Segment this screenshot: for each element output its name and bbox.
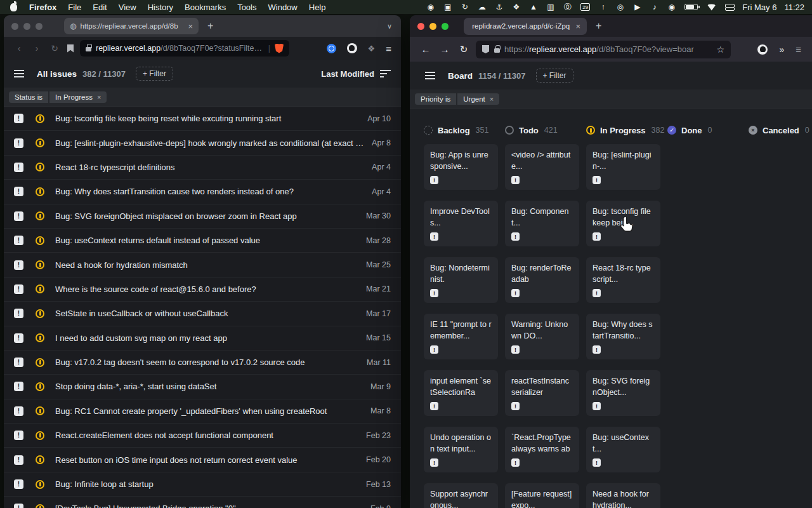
cloud-icon[interactable]: ☁ — [478, 3, 486, 11]
issue-row[interactable]: ! Bug: RC1 Cannot create property '_upda… — [4, 399, 401, 424]
add-filter-button[interactable]: + Filter — [136, 67, 173, 81]
filter-field-chip[interactable]: Priority is — [415, 93, 456, 105]
issue-row[interactable]: ! React.createElement does not accept fu… — [4, 424, 401, 448]
issue-row[interactable]: ! Need a hook for hydration mismatch Mar… — [4, 253, 401, 277]
sync-icon[interactable]: ↻ — [461, 3, 469, 11]
priority-urgent-icon[interactable]: ! — [14, 358, 23, 367]
issue-card[interactable]: React 18-rc typescript... ! — [586, 257, 660, 303]
new-tab-button[interactable]: + — [596, 20, 601, 32]
status-in-progress-icon[interactable] — [36, 284, 44, 293]
menubar-item[interactable]: Edit — [87, 3, 112, 12]
issue-row[interactable]: ! Bug: tsconfig file keep being reset wh… — [4, 107, 401, 131]
status-in-progress-icon[interactable] — [36, 406, 44, 415]
zoom-window-button[interactable] — [442, 23, 449, 30]
assistant-icon[interactable]: ◉ — [667, 3, 676, 11]
sort-icon[interactable] — [380, 70, 391, 77]
issue-card[interactable]: Bug: useContext... ! — [586, 427, 660, 472]
priority-urgent-icon[interactable]: ! — [14, 406, 23, 416]
issue-row[interactable]: ! Reset button on iOS time input does no… — [4, 448, 401, 472]
new-tab-button[interactable]: + — [207, 20, 213, 32]
status-in-progress-icon[interactable] — [36, 163, 44, 171]
forward-button[interactable]: → — [435, 44, 454, 55]
apple-menu-icon[interactable] — [10, 3, 17, 11]
browser-tab[interactable]: ◍ https://repliear.vercel.app/d/8b × — [64, 18, 199, 34]
menubar-item[interactable]: Help — [303, 3, 332, 12]
github-extension-icon[interactable] — [347, 43, 357, 53]
browser-tab[interactable]: replidraw2.vercel.app/d/c-iZpq × — [464, 18, 587, 35]
onepassword-icon[interactable]: ⓪ — [563, 3, 572, 11]
priority-urgent-icon[interactable]: ! — [14, 504, 23, 508]
issue-row[interactable]: ! Bug: useContext returns default instea… — [4, 229, 401, 253]
menubar-clock[interactable]: Fri May 6 11:22 — [742, 3, 804, 12]
record-icon[interactable]: ◉ — [426, 3, 435, 11]
status-in-progress-icon[interactable] — [36, 358, 44, 367]
wifi-icon[interactable] — [707, 4, 716, 11]
issue-card[interactable]: Need a hook for hydration... ! — [586, 483, 660, 508]
browser-menu-icon[interactable]: ≡ — [796, 44, 801, 55]
issue-card[interactable]: reactTestInstanc serializer ! — [505, 370, 579, 416]
address-bar[interactable]: https:// repliear.vercel.app /d/8bTaoq7F… — [476, 41, 731, 58]
issue-card[interactable]: Undo operation on text input... ! — [424, 427, 498, 472]
status-in-progress-icon[interactable] — [36, 114, 44, 123]
forward-button[interactable]: › — [28, 43, 46, 53]
status-in-progress-icon[interactable] — [36, 309, 44, 318]
status-in-progress-icon[interactable] — [36, 333, 44, 342]
issue-card[interactable]: [Feature request] expo... ! — [505, 483, 579, 508]
reload-button[interactable]: ↻ — [46, 43, 63, 53]
menubar-item[interactable]: Bookmarks — [179, 3, 232, 12]
back-button[interactable]: ← — [416, 44, 435, 55]
zoom-window-button[interactable] — [36, 23, 43, 30]
priority-urgent-icon[interactable]: ! — [14, 309, 23, 318]
play-icon[interactable]: ▶ — [633, 3, 641, 11]
issue-row[interactable]: ! SetState in useCallback or without use… — [4, 302, 401, 326]
address-bar[interactable]: repliear.vercel.app /d/8bTaoq7F0e?status… — [80, 40, 289, 57]
bookmark-star-icon[interactable]: ☆ — [716, 44, 724, 55]
priority-urgent-icon[interactable]: ! — [14, 431, 23, 440]
priority-urgent-icon[interactable]: ! — [14, 455, 23, 465]
remove-filter-icon[interactable]: × — [490, 95, 494, 103]
extensions-puzzle-icon[interactable]: ❖ — [368, 44, 376, 53]
issue-card[interactable]: Bug: Component... ! — [505, 201, 579, 246]
sort-order-label[interactable]: Last Modified — [321, 69, 374, 79]
onepassword-extension-icon[interactable] — [327, 44, 336, 53]
left-window-controls[interactable] — [11, 23, 43, 30]
stats-icon[interactable]: ↑ — [599, 3, 607, 11]
issue-card[interactable]: Bug: Nondeterminist. ! — [424, 257, 498, 303]
issue-card[interactable]: input element `setSelectionRa ! — [424, 370, 498, 416]
issue-card[interactable]: Bug: Why does startTransitio... ! — [586, 314, 660, 359]
menubar-item[interactable]: View — [113, 3, 142, 12]
tab-close-icon[interactable]: × — [575, 22, 580, 31]
tab-overflow-chevron-icon[interactable]: ∨ — [387, 22, 392, 30]
issue-row[interactable]: ! Bug: Why does startTransition cause tw… — [4, 180, 401, 204]
battery-icon[interactable] — [684, 4, 698, 10]
status-in-progress-icon[interactable] — [36, 480, 44, 489]
issue-card[interactable]: Bug: [eslint-plugin-... ! — [586, 144, 660, 190]
app-menu-icon[interactable] — [14, 70, 24, 77]
issue-row[interactable]: ! Stop doing data-*, aria-*, start using… — [4, 375, 401, 399]
issue-card[interactable]: Bug: renderToReadab ! — [505, 257, 579, 303]
priority-urgent-icon[interactable]: ! — [14, 163, 23, 172]
filter-value-chip[interactable]: In Progress × — [49, 91, 107, 103]
priority-urgent-icon[interactable]: ! — [14, 333, 23, 343]
status-in-progress-icon[interactable] — [36, 138, 44, 147]
issue-card[interactable]: Bug: App is unresponsive... ! — [424, 144, 498, 190]
issue-row[interactable]: ! Where is the source code of react@15.6… — [4, 277, 401, 302]
right-window-controls[interactable] — [417, 23, 449, 30]
status-in-progress-icon[interactable] — [36, 260, 44, 269]
issue-card[interactable]: IE 11 "prompt to remember... ! — [424, 314, 498, 359]
browser-menu-icon[interactable]: ≡ — [386, 43, 391, 54]
status-in-progress-icon[interactable] — [36, 382, 44, 391]
brave-shield-icon[interactable] — [275, 44, 284, 53]
priority-urgent-icon[interactable]: ! — [14, 260, 23, 270]
app-icon[interactable]: ▲ — [529, 3, 537, 11]
priority-urgent-icon[interactable]: ! — [14, 211, 23, 221]
issue-row[interactable]: ! Bug: [eslint-plugin-exhaustive-deps] h… — [4, 131, 401, 155]
issue-card[interactable]: Bug: SVG foreignObject... ! — [586, 370, 660, 416]
priority-urgent-icon[interactable]: ! — [14, 479, 23, 489]
filter-value-chip[interactable]: Urgent × — [457, 93, 499, 105]
close-window-button[interactable] — [11, 23, 18, 30]
menubar-item[interactable]: Firefox — [23, 3, 62, 12]
calendar-icon[interactable]: 29 — [580, 3, 590, 11]
menubar-item[interactable]: File — [62, 3, 87, 12]
shortcuts-icon[interactable]: ◎ — [616, 3, 624, 11]
